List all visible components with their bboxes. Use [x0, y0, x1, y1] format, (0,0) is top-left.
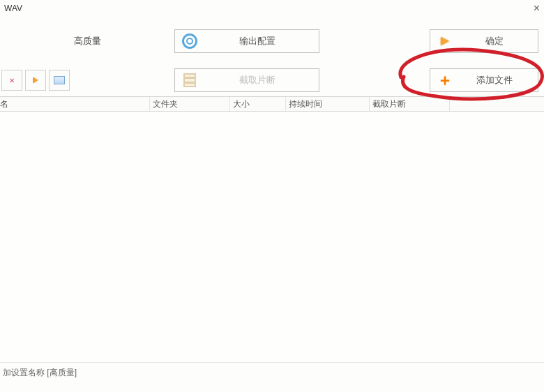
add-file-label: 添加文件 [457, 74, 532, 86]
column-extra[interactable] [450, 97, 544, 111]
window-title: WAV [4, 3, 22, 13]
play-button[interactable] [25, 70, 46, 91]
confirm-button[interactable]: 确定 [430, 29, 538, 53]
column-size[interactable]: 大小 [230, 97, 286, 111]
screen-icon [54, 76, 65, 84]
table-header: 名 文件夹 大小 持续时间 截取片断 [0, 96, 544, 112]
gear-icon [181, 32, 199, 50]
titlebar: WAV × [0, 0, 544, 17]
output-config-label: 输出配置 [202, 35, 313, 47]
plus-icon: ＋ [436, 71, 454, 89]
top-row: 高质量 输出配置 确定 [0, 24, 544, 59]
column-trim[interactable]: 截取片断 [370, 97, 450, 111]
preview-button[interactable] [49, 70, 70, 91]
remove-file-button[interactable]: ✕ [1, 70, 22, 91]
close-x-icon: ✕ [9, 77, 15, 84]
add-file-button[interactable]: ＋ 添加文件 [430, 68, 538, 92]
trim-label: 截取片断 [202, 74, 313, 86]
film-icon [181, 71, 199, 89]
footer-status: 加设置名称 [高质量] [0, 363, 544, 383]
quality-label: 高质量 [0, 35, 174, 47]
output-config-button[interactable]: 输出配置 [174, 29, 319, 53]
second-row: ✕ 截取片断 ＋ 添加文件 [0, 64, 544, 96]
trim-button: 截取片断 [174, 68, 319, 92]
confirm-label: 确定 [457, 35, 532, 47]
arrow-right-icon [436, 32, 454, 50]
table-body[interactable] [0, 112, 544, 363]
play-icon [33, 77, 38, 84]
media-buttons: ✕ [0, 70, 174, 91]
close-icon[interactable]: × [534, 3, 540, 14]
column-duration[interactable]: 持续时间 [286, 97, 370, 111]
column-filename[interactable]: 名 [0, 97, 150, 111]
column-folder[interactable]: 文件夹 [150, 97, 230, 111]
